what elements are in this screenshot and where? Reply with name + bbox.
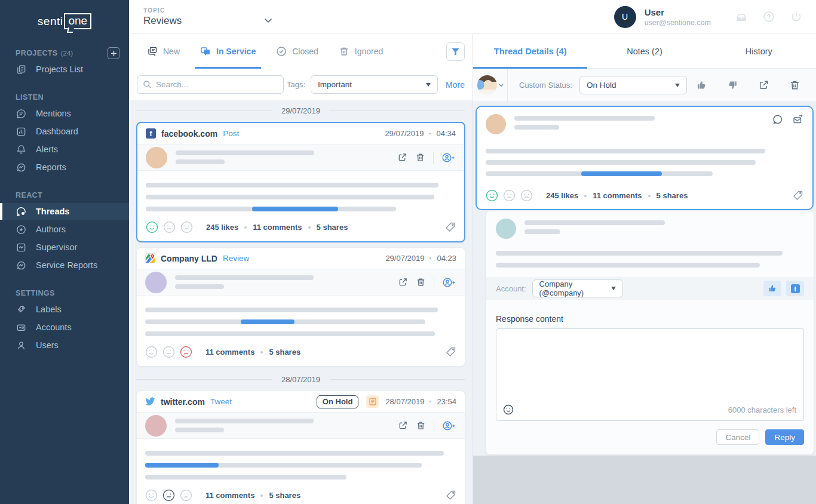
sidebar-item-authors[interactable]: Authors	[0, 220, 129, 238]
thread-card-facebook[interactable]: facebook.com Post 29/07/2019 04:34	[136, 122, 465, 242]
filter-row: Tags: Important More	[129, 69, 473, 100]
external-link-icon[interactable]	[398, 277, 408, 287]
comments-count[interactable]: 11 comments	[593, 191, 642, 200]
add-project-button[interactable]	[108, 47, 119, 59]
custom-status-dropdown[interactable]: On Hold	[579, 76, 687, 94]
trash-icon[interactable]	[789, 79, 800, 91]
like-action-button[interactable]	[763, 281, 781, 296]
assign-user-icon[interactable]	[442, 276, 456, 288]
search-input[interactable]	[156, 80, 278, 89]
sentiment-neutral-icon[interactable]	[503, 189, 516, 202]
sidebar-item-labels[interactable]: Labels	[0, 300, 129, 318]
topic-selector[interactable]: TOPIC Reviews	[143, 7, 272, 27]
comments-count[interactable]: 11 comments	[253, 223, 302, 232]
external-link-icon[interactable]	[398, 420, 408, 431]
sidebar-item-projects-list[interactable]: Projects List	[0, 60, 129, 78]
user-avatar[interactable]: U	[614, 6, 636, 28]
thread-card-review[interactable]: Company LLD Review 29/07/2019 04:23	[136, 247, 465, 367]
thumbs-up-icon[interactable]	[696, 79, 707, 91]
sidebar-item-label: Supervisor	[36, 242, 77, 252]
trash-icon[interactable]	[415, 152, 425, 162]
tab-history[interactable]: History	[702, 34, 816, 68]
sentiment-neutral-icon[interactable]	[163, 221, 176, 233]
dot-separator	[648, 195, 651, 197]
tag-icon[interactable]	[792, 190, 803, 201]
likes-count[interactable]: 245 likes	[546, 191, 578, 200]
search-box[interactable]	[137, 75, 284, 94]
assign-user-icon[interactable]	[442, 420, 456, 432]
tab-in-service[interactable]: In Service	[190, 34, 266, 69]
sidebar-item-alerts[interactable]: Alerts	[0, 140, 129, 158]
sentiment-negative-icon[interactable]	[180, 489, 192, 502]
dot-separator	[260, 494, 263, 497]
external-link-icon[interactable]	[758, 79, 769, 91]
help-icon[interactable]	[762, 10, 775, 23]
response-content-label: Response content	[496, 314, 804, 324]
threads-list-panel: New In Service Closed Ignored Tags: Impo…	[129, 34, 473, 504]
external-link-icon[interactable]	[397, 152, 407, 162]
tags-icon	[16, 304, 27, 315]
card-time: 04:34	[436, 129, 456, 138]
sentiment-positive-icon[interactable]	[486, 189, 498, 202]
note-indicator[interactable]	[366, 395, 379, 408]
tab-notes[interactable]: Notes (2)	[587, 34, 701, 68]
sidebar-item-threads[interactable]: Threads	[0, 203, 129, 220]
user-block[interactable]: U User user@sentione.com	[614, 6, 711, 28]
shares-count[interactable]: 5 shares	[269, 348, 300, 357]
date-separator: 29/07/2019	[136, 103, 465, 118]
forward-message-icon[interactable]	[793, 114, 803, 125]
power-icon[interactable]	[790, 10, 803, 23]
tab-thread-details[interactable]: Thread Details (4)	[473, 34, 587, 68]
sentiment-neutral-icon[interactable]	[162, 346, 175, 358]
sentiment-neutral-icon[interactable]	[162, 489, 175, 502]
sidebar-item-users[interactable]: Users	[0, 336, 129, 354]
facebook-reply-button[interactable]	[786, 281, 804, 296]
sidebar-item-mentions[interactable]: Mentions	[0, 105, 129, 122]
tag-icon[interactable]	[445, 346, 456, 358]
sidebar-item-dashboard[interactable]: Dashboard	[0, 122, 129, 140]
assigned-agent-selector[interactable]	[473, 69, 508, 102]
inbox-tray-icon[interactable]	[735, 10, 748, 23]
tag-icon[interactable]	[445, 490, 456, 501]
filter-button[interactable]	[446, 42, 465, 61]
likes-count[interactable]: 245 likes	[206, 223, 238, 232]
shares-count[interactable]: 5 shares	[317, 223, 348, 232]
comments-count[interactable]: 11 comments	[205, 348, 254, 357]
sidebar-item-accounts[interactable]: Accounts	[0, 318, 129, 336]
sentiment-negative-icon[interactable]	[520, 189, 533, 202]
sentiment-positive-icon[interactable]	[145, 489, 158, 502]
comment-bubble-icon[interactable]	[772, 114, 783, 125]
tab-ignored[interactable]: Ignored	[329, 34, 393, 69]
sentiment-positive-icon[interactable]	[146, 221, 158, 233]
more-filters-link[interactable]: More	[446, 80, 465, 90]
cancel-button[interactable]: Cancel	[716, 429, 759, 445]
tab-new[interactable]: New	[137, 34, 190, 69]
sentiment-negative-icon[interactable]	[180, 346, 192, 358]
sentiment-negative-icon[interactable]	[180, 221, 193, 233]
trash-icon[interactable]	[416, 420, 426, 431]
card-kind-link[interactable]: Post	[223, 129, 239, 138]
thread-detail-panel: Thread Details (4) Notes (2) History Cus…	[473, 34, 816, 504]
tags-value: Important	[318, 80, 352, 89]
shares-count[interactable]: 5 shares	[657, 191, 688, 200]
account-dropdown[interactable]: Company (@company)	[532, 279, 623, 297]
tab-closed[interactable]: Closed	[266, 34, 329, 69]
card-kind-link[interactable]: Tweet	[210, 397, 232, 406]
thumbs-down-icon[interactable]	[727, 79, 738, 91]
thread-card-tweet[interactable]: twitter.com Tweet On Hold 28/07/2019 23:…	[136, 391, 465, 504]
shares-count[interactable]: 5 shares	[269, 491, 300, 500]
sidebar-item-label: Users	[36, 340, 59, 350]
comments-count[interactable]: 11 comments	[205, 491, 254, 500]
sentiment-positive-icon[interactable]	[145, 346, 158, 358]
tags-dropdown[interactable]: Important	[311, 75, 438, 94]
emoji-picker-icon[interactable]	[503, 404, 514, 415]
trash-icon[interactable]	[416, 277, 426, 287]
sidebar-item-reports[interactable]: Reports	[0, 158, 129, 176]
sidebar-item-service-reports[interactable]: Service Reports	[0, 256, 129, 274]
response-textarea[interactable]	[496, 329, 803, 399]
card-kind-link[interactable]: Review	[223, 254, 249, 263]
sidebar-item-supervisor[interactable]: Supervisor	[0, 238, 129, 256]
reply-button[interactable]: Reply	[765, 429, 804, 445]
tag-icon[interactable]	[444, 222, 456, 233]
assign-user-icon[interactable]	[441, 152, 456, 164]
